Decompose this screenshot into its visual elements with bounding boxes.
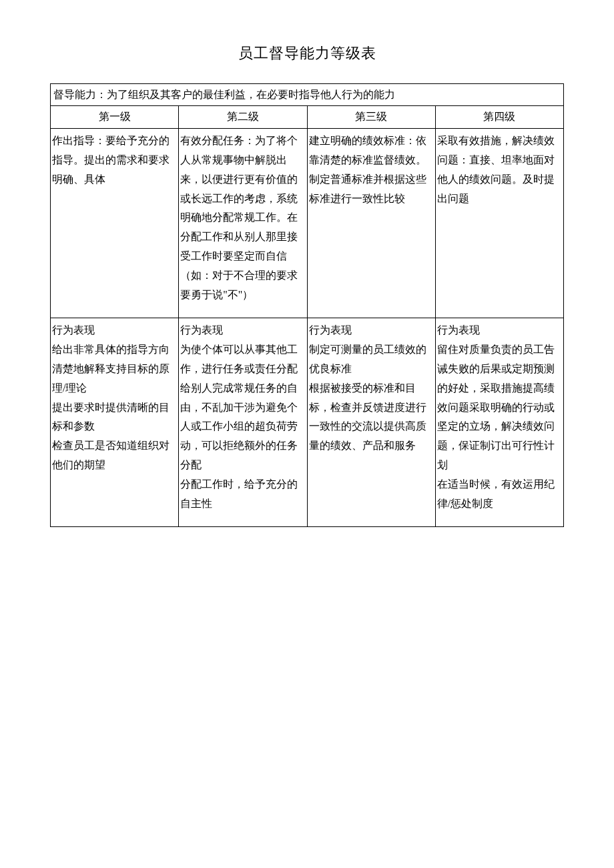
row2-level4: 行为表现 留住对质量负责的员工告诫失败的后果或定期预测的好处，采取措施提高绩效问… (435, 318, 563, 527)
header-level1: 第一级 (51, 106, 179, 129)
header-level2: 第二级 (179, 106, 307, 129)
row1-level4: 采取有效措施，解决绩效问题：直接、坦率地面对他人的绩效问题。及时提出问题 (435, 129, 563, 318)
row2-level3: 行为表现 制定可测量的员工绩效的优良标准 根据被接受的标准和目标，检查并反馈进度… (307, 318, 435, 527)
row1-level2: 有效分配任务：为了将个人从常规事物中解脱出来，以便进行更有价值的或长远工作的考虑… (179, 129, 307, 318)
competency-table: 督导能力：为了组织及其客户的最佳利益，在必要时指导他人行为的能力 第一级 第二级… (50, 83, 564, 528)
row2-level2: 行为表现 为使个体可以从事其他工作，进行任务或责任分配 给别人完成常规任务的自由… (179, 318, 307, 527)
row1-level3: 建立明确的绩效标准：依靠清楚的标准监督绩效。制定普通标准并根据这些标准进行一致性… (307, 129, 435, 318)
row1-level1: 作出指导：要给予充分的指导。提出的需求和要求明确、具体 (51, 129, 179, 318)
header-level4: 第四级 (435, 106, 563, 129)
row2-level1: 行为表现 给出非常具体的指导方向 清楚地解释支持目标的原理/理论 提出要求时提供… (51, 318, 179, 527)
page-title: 员工督导能力等级表 (50, 40, 564, 67)
description-cell: 督导能力：为了组织及其客户的最佳利益，在必要时指导他人行为的能力 (51, 83, 564, 106)
header-level3: 第三级 (307, 106, 435, 129)
